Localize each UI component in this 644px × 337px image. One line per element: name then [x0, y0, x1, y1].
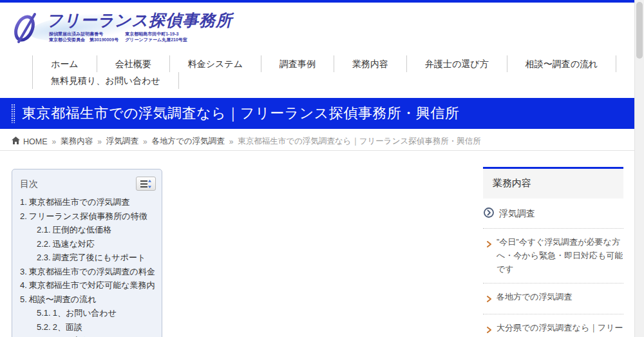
toc-item[interactable]: 5.相談〜調査の流れ: [20, 293, 155, 307]
nav-item[interactable]: ホーム: [32, 55, 97, 72]
breadcrumb-link[interactable]: 各地方での浮気調査: [152, 136, 225, 147]
sidebar-link[interactable]: 大分県での浮気調査なら｜フリーランス探偵事務所・興信所: [483, 314, 623, 337]
sidebar-featured-link[interactable]: 浮気調査: [499, 208, 535, 220]
nav-item[interactable]: 弁護士の選び方: [406, 55, 507, 72]
title-marker-decoration: [11, 104, 15, 123]
breadcrumb-separator: »: [229, 137, 234, 146]
toc-item[interactable]: 3.東京都福生市での浮気調査の料金表: [20, 265, 155, 279]
nav-item[interactable]: 調査事例: [261, 55, 334, 72]
breadcrumb-link[interactable]: 浮気調査: [106, 136, 138, 147]
sidebar-link[interactable]: 各地方での浮気調査: [483, 283, 623, 314]
sidebar-item-featured[interactable]: 浮気調査: [483, 198, 623, 228]
toc-item[interactable]: 5.2.2、面談: [20, 320, 155, 334]
breadcrumb: HOME » 業務内容 » 浮気調査 » 各地方での浮気調査 » 東京: [12, 136, 481, 147]
license-text: 探偵業届出済み証明書番号 東京都公安委員会 第30190009号: [49, 31, 118, 43]
site-title: フリーランス探偵事務所: [46, 12, 232, 30]
site-logo[interactable]: フリーランス探偵事務所 探偵業届出済み証明書番号 東京都公安委員会 第30190…: [9, 12, 232, 44]
sidebar-link-list: ”今日”今すぐ浮気調査が必要な方へ・今から緊急・即日対応も可能です 各地方での浮…: [483, 228, 623, 337]
scrollbar-thumb[interactable]: [636, 2, 643, 59]
page-title: 東京都福生市での浮気調査なら｜フリーランス探偵事務所・興信所: [22, 104, 459, 123]
breadcrumb-current: 東京都福生市での浮気調査なら｜フリーランス探偵事務所・興信所: [238, 136, 480, 147]
breadcrumb-item: HOME »: [23, 137, 61, 146]
sidebar-widget-header: 業務内容: [483, 167, 623, 198]
breadcrumb-item: 各地方での浮気調査 »: [152, 136, 238, 147]
chevron-right-icon: [487, 293, 491, 307]
global-nav: ホーム会社概要料金システム調査事例業務内容弁護士の選び方相談〜調査の流れよくある…: [32, 55, 599, 89]
toc-item[interactable]: 1.東京都福生市での浮気調査: [20, 195, 155, 209]
nav-item[interactable]: 業務内容: [334, 55, 406, 72]
toc-toggle-icon: [140, 180, 151, 188]
breadcrumb-item: 浮気調査 »: [106, 136, 152, 147]
sidebar-widget-title: 業務内容: [493, 177, 614, 189]
breadcrumb-link[interactable]: HOME: [23, 137, 48, 146]
nav-row-1: ホーム会社概要料金システム調査事例業務内容弁護士の選び方相談〜調査の流れよくある…: [32, 55, 599, 72]
sidebar-link[interactable]: ”今日”今すぐ浮気調査が必要な方へ・今から緊急・即日対応も可能です: [483, 228, 623, 283]
chevron-right-icon: [487, 238, 491, 252]
breadcrumb-item: 業務内容 »: [61, 136, 106, 147]
nav-item[interactable]: よくある質問: [616, 55, 634, 72]
toc-header: 目次: [12, 169, 162, 191]
toc-item[interactable]: 5.1.1、お問い合わせ: [20, 306, 155, 320]
top-accent-bar: [0, 0, 634, 3]
toc-list: 1.東京都福生市での浮気調査 2.フリーランス探偵事務所の特徴 2.1.圧倒的な…: [12, 191, 162, 337]
toc-item[interactable]: 2.1.圧倒的な低価格: [20, 223, 155, 237]
breadcrumb-separator: »: [97, 137, 102, 146]
address-text: 東京都昭島市田中町1-19-3 グリーンファーム丸屋210号室: [125, 31, 187, 43]
toc-toggle-button[interactable]: [136, 177, 156, 191]
toc-box: 目次 1.東京都福生市での浮気調査 2.フリーランス探偵事務所の特徴: [12, 169, 162, 337]
nav-row-2: 無料見積り、お問い合わせ: [32, 72, 599, 89]
toc-item[interactable]: 2.2.迅速な対応: [20, 237, 155, 251]
header-divider: [0, 150, 634, 151]
nav-item[interactable]: 相談〜調査の流れ: [507, 55, 616, 72]
page-title-bar: 東京都福生市での浮気調査なら｜フリーランス探偵事務所・興信所: [0, 98, 634, 129]
nav-item[interactable]: 料金システム: [169, 55, 261, 72]
sidebar-widget-services: 業務内容 浮気調査 ”今日”今すぐ浮気調査が必要な方へ・今から緊急・即日対応も可…: [483, 167, 623, 337]
toc-item[interactable]: 4.東京都福生市で対応可能な業務内容: [20, 278, 155, 293]
home-icon: [12, 137, 20, 146]
page-container: フリーランス探偵事務所 探偵業届出済み証明書番号 東京都公安委員会 第30190…: [0, 0, 634, 337]
breadcrumb-trail: HOME » 業務内容 » 浮気調査 » 各地方での浮気調査 »: [23, 136, 238, 147]
breadcrumb-link[interactable]: 業務内容: [61, 136, 93, 147]
chevron-right-icon: [487, 324, 491, 337]
nav-item[interactable]: 無料見積り、お問い合わせ: [32, 72, 179, 89]
circle-arrow-icon: [484, 207, 494, 220]
toc-item[interactable]: 2.3.調査完了後にもサポート: [20, 251, 155, 265]
scrollbar[interactable]: [634, 0, 644, 337]
logo-mark-icon: [9, 12, 43, 44]
breadcrumb-separator: »: [143, 137, 147, 146]
toc-item[interactable]: 5.3.3、ご契約: [20, 334, 155, 337]
toc-item[interactable]: 2.フリーランス探偵事務所の特徴: [20, 209, 155, 224]
toc-title: 目次: [20, 178, 38, 189]
nav-item[interactable]: 会社概要: [97, 55, 169, 72]
logo-text-block: フリーランス探偵事務所 探偵業届出済み証明書番号 東京都公安委員会 第30190…: [46, 12, 232, 43]
breadcrumb-separator: »: [52, 137, 57, 146]
